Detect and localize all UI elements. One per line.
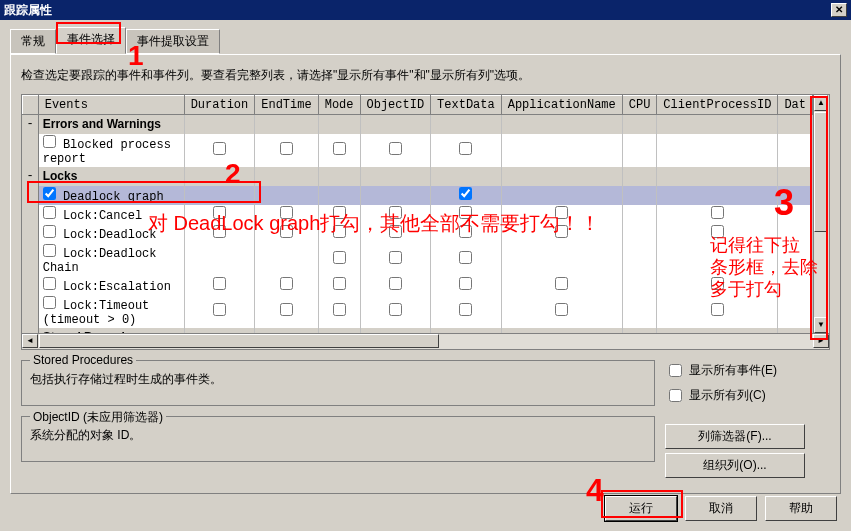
event-cell[interactable]: Deadlock graph (38, 186, 184, 205)
grid-cell[interactable] (184, 276, 255, 295)
column-checkbox[interactable] (280, 225, 293, 238)
grid-cell[interactable] (184, 186, 255, 205)
column-checkbox[interactable] (389, 277, 402, 290)
grid-cell[interactable] (255, 134, 318, 167)
column-header[interactable]: Dat (778, 96, 813, 115)
show-all-columns-checkbox[interactable] (669, 389, 682, 402)
column-checkbox[interactable] (389, 206, 402, 219)
grid-cell[interactable] (657, 167, 778, 186)
grid-cell[interactable] (501, 224, 622, 243)
grid-cell[interactable] (431, 328, 502, 334)
grid-cell[interactable] (622, 224, 657, 243)
event-cell[interactable]: Locks (38, 167, 184, 186)
grid-cell[interactable] (255, 167, 318, 186)
column-checkbox[interactable] (459, 303, 472, 316)
column-checkbox[interactable] (389, 251, 402, 264)
column-checkbox[interactable] (333, 251, 346, 264)
grid-cell[interactable] (184, 224, 255, 243)
grid-cell[interactable] (501, 243, 622, 276)
tab-general[interactable]: 常规 (10, 29, 56, 54)
column-checkbox[interactable] (711, 206, 724, 219)
scroll-down-arrow[interactable]: ▼ (814, 317, 828, 333)
event-cell[interactable]: Lock:Deadlock (38, 224, 184, 243)
column-checkbox[interactable] (459, 277, 472, 290)
hscroll-thumb[interactable] (39, 334, 439, 348)
column-checkbox[interactable] (711, 303, 724, 316)
grid-cell[interactable] (318, 243, 360, 276)
column-checkbox[interactable] (459, 225, 472, 238)
column-checkbox[interactable] (213, 142, 226, 155)
column-checkbox[interactable] (389, 225, 402, 238)
grid-cell[interactable] (184, 115, 255, 134)
grid-cell[interactable] (255, 186, 318, 205)
grid-cell[interactable] (657, 328, 778, 334)
grid-cell[interactable] (360, 295, 431, 328)
column-header[interactable]: ObjectID (360, 96, 431, 115)
organize-columns-button[interactable]: 组织列(O)... (665, 453, 805, 478)
grid-cell[interactable] (318, 115, 360, 134)
cancel-button[interactable]: 取消 (685, 496, 757, 521)
table-row[interactable]: -Locks (23, 167, 813, 186)
column-checkbox[interactable] (280, 206, 293, 219)
grid-cell[interactable] (184, 205, 255, 224)
column-checkbox[interactable] (280, 303, 293, 316)
table-row[interactable]: Blocked process report (23, 134, 813, 167)
grid-cell[interactable] (255, 276, 318, 295)
help-button[interactable]: 帮助 (765, 496, 837, 521)
grid-cell[interactable] (622, 134, 657, 167)
grid-cell[interactable] (184, 243, 255, 276)
column-checkbox[interactable] (555, 206, 568, 219)
grid-cell[interactable] (318, 167, 360, 186)
column-checkbox[interactable] (213, 206, 226, 219)
column-checkbox[interactable] (711, 277, 724, 290)
grid-cell[interactable] (778, 224, 813, 243)
grid-cell[interactable] (318, 224, 360, 243)
grid-cell[interactable] (431, 295, 502, 328)
grid-cell[interactable] (184, 134, 255, 167)
event-cell[interactable]: Errors and Warnings (38, 115, 184, 134)
grid-cell[interactable] (778, 115, 813, 134)
column-checkbox[interactable] (459, 142, 472, 155)
grid-cell[interactable] (360, 167, 431, 186)
column-header[interactable]: ApplicationName (501, 96, 622, 115)
grid-cell[interactable] (778, 167, 813, 186)
column-filter-button[interactable]: 列筛选器(F)... (665, 424, 805, 449)
event-cell[interactable]: Stored Procedures (38, 328, 184, 334)
table-row[interactable]: -Stored Procedures (23, 328, 813, 334)
grid-cell[interactable] (622, 243, 657, 276)
grid-cell[interactable] (431, 134, 502, 167)
grid-cell[interactable] (255, 295, 318, 328)
grid-cell[interactable] (778, 243, 813, 276)
column-checkbox[interactable] (459, 187, 472, 200)
grid-cell[interactable] (318, 134, 360, 167)
table-row[interactable]: Lock:Deadlock (23, 224, 813, 243)
expand-toggle[interactable] (23, 243, 39, 276)
scroll-up-arrow[interactable]: ▲ (814, 95, 828, 111)
column-checkbox[interactable] (389, 142, 402, 155)
grid-cell[interactable] (360, 328, 431, 334)
tab-events[interactable]: 事件选择 (56, 27, 126, 54)
column-header[interactable]: EndTime (255, 96, 318, 115)
column-header[interactable]: Events (38, 96, 184, 115)
column-checkbox[interactable] (333, 225, 346, 238)
table-row[interactable]: Lock:Escalation (23, 276, 813, 295)
column-checkbox[interactable] (333, 277, 346, 290)
table-row[interactable]: -Errors and Warnings (23, 115, 813, 134)
column-checkbox[interactable] (389, 303, 402, 316)
horizontal-scrollbar[interactable]: ◄ ► (21, 334, 830, 350)
grid-cell[interactable] (657, 243, 778, 276)
column-checkbox[interactable] (280, 277, 293, 290)
grid-cell[interactable] (501, 295, 622, 328)
grid-cell[interactable] (255, 205, 318, 224)
column-checkbox[interactable] (555, 225, 568, 238)
grid-cell[interactable] (657, 295, 778, 328)
grid-cell[interactable] (501, 167, 622, 186)
grid-cell[interactable] (360, 243, 431, 276)
grid-cell[interactable] (360, 205, 431, 224)
expand-toggle[interactable]: - (23, 115, 39, 134)
grid-cell[interactable] (501, 186, 622, 205)
show-all-events-checkbox[interactable] (669, 364, 682, 377)
expand-toggle[interactable] (23, 205, 39, 224)
grid-cell[interactable] (778, 276, 813, 295)
vertical-scrollbar[interactable]: ▲ ▼ (813, 95, 829, 333)
